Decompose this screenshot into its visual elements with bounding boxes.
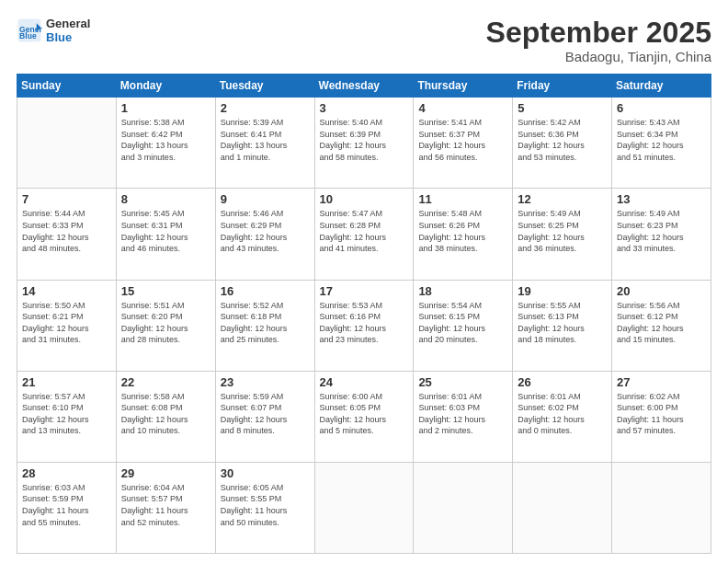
cell-info: Sunrise: 6:01 AMSunset: 6:02 PMDaylight:… — [518, 391, 607, 437]
cell-info: Sunrise: 5:38 AMSunset: 6:42 PMDaylight:… — [121, 117, 210, 163]
calendar-header-row: Sunday Monday Tuesday Wednesday Thursday… — [17, 75, 711, 98]
cell-info: Sunrise: 6:04 AMSunset: 5:57 PMDaylight:… — [121, 482, 210, 528]
table-row: 24Sunrise: 6:00 AMSunset: 6:05 PMDayligh… — [314, 371, 414, 462]
table-row: 9Sunrise: 5:46 AMSunset: 6:29 PMDaylight… — [215, 189, 314, 280]
table-row: 11Sunrise: 5:48 AMSunset: 6:26 PMDayligh… — [414, 189, 513, 280]
day-number: 13 — [617, 192, 706, 206]
cell-info: Sunrise: 5:43 AMSunset: 6:34 PMDaylight:… — [617, 117, 706, 163]
day-number: 21 — [22, 375, 111, 389]
day-number: 23 — [221, 375, 310, 389]
svg-text:Blue: Blue — [19, 31, 37, 40]
title-block: September 2025 Badaogu, Tianjin, China — [486, 17, 711, 64]
table-row — [414, 462, 513, 553]
cell-info: Sunrise: 6:01 AMSunset: 6:03 PMDaylight:… — [418, 391, 507, 437]
location: Badaogu, Tianjin, China — [486, 49, 711, 64]
day-number: 24 — [320, 375, 409, 389]
table-row: 10Sunrise: 5:47 AMSunset: 6:28 PMDayligh… — [314, 189, 414, 280]
table-row — [513, 462, 612, 553]
cell-info: Sunrise: 5:52 AMSunset: 6:18 PMDaylight:… — [221, 300, 310, 346]
day-number: 1 — [121, 101, 210, 115]
cell-info: Sunrise: 5:53 AMSunset: 6:16 PMDaylight:… — [320, 300, 409, 346]
cell-info: Sunrise: 5:49 AMSunset: 6:23 PMDaylight:… — [617, 208, 706, 254]
calendar-week-row: 14Sunrise: 5:50 AMSunset: 6:21 PMDayligh… — [17, 280, 711, 371]
cell-info: Sunrise: 5:55 AMSunset: 6:13 PMDaylight:… — [518, 300, 607, 346]
cell-info: Sunrise: 5:57 AMSunset: 6:10 PMDaylight:… — [22, 391, 111, 437]
table-row: 27Sunrise: 6:02 AMSunset: 6:00 PMDayligh… — [612, 371, 711, 462]
cell-info: Sunrise: 5:51 AMSunset: 6:20 PMDaylight:… — [121, 300, 210, 346]
table-row: 25Sunrise: 6:01 AMSunset: 6:03 PMDayligh… — [414, 371, 513, 462]
header: General Blue General Blue September 2025… — [17, 17, 711, 64]
cell-info: Sunrise: 5:56 AMSunset: 6:12 PMDaylight:… — [617, 300, 706, 346]
col-friday: Friday — [513, 75, 612, 98]
month-title: September 2025 — [486, 17, 711, 49]
calendar-week-row: 21Sunrise: 5:57 AMSunset: 6:10 PMDayligh… — [17, 371, 711, 462]
cell-info: Sunrise: 5:42 AMSunset: 6:36 PMDaylight:… — [518, 117, 607, 163]
cell-info: Sunrise: 5:48 AMSunset: 6:26 PMDaylight:… — [418, 208, 507, 254]
table-row: 13Sunrise: 5:49 AMSunset: 6:23 PMDayligh… — [612, 189, 711, 280]
table-row: 20Sunrise: 5:56 AMSunset: 6:12 PMDayligh… — [612, 280, 711, 371]
cell-info: Sunrise: 5:46 AMSunset: 6:29 PMDaylight:… — [221, 208, 310, 254]
table-row: 12Sunrise: 5:49 AMSunset: 6:25 PMDayligh… — [513, 189, 612, 280]
day-number: 25 — [418, 375, 507, 389]
table-row: 21Sunrise: 5:57 AMSunset: 6:10 PMDayligh… — [17, 371, 117, 462]
day-number: 26 — [518, 375, 607, 389]
cell-info: Sunrise: 6:00 AMSunset: 6:05 PMDaylight:… — [320, 391, 409, 437]
table-row: 1Sunrise: 5:38 AMSunset: 6:42 PMDaylight… — [116, 98, 215, 189]
col-monday: Monday — [116, 75, 215, 98]
table-row: 14Sunrise: 5:50 AMSunset: 6:21 PMDayligh… — [17, 280, 117, 371]
calendar-week-row: 7Sunrise: 5:44 AMSunset: 6:33 PMDaylight… — [17, 189, 711, 280]
day-number: 17 — [320, 284, 409, 298]
table-row: 16Sunrise: 5:52 AMSunset: 6:18 PMDayligh… — [215, 280, 314, 371]
day-number: 7 — [22, 192, 111, 206]
calendar-week-row: 28Sunrise: 6:03 AMSunset: 5:59 PMDayligh… — [17, 462, 711, 553]
calendar-week-row: 1Sunrise: 5:38 AMSunset: 6:42 PMDaylight… — [17, 98, 711, 189]
day-number: 19 — [518, 284, 607, 298]
table-row: 30Sunrise: 6:05 AMSunset: 5:55 PMDayligh… — [215, 462, 314, 553]
day-number: 15 — [121, 284, 210, 298]
table-row: 23Sunrise: 5:59 AMSunset: 6:07 PMDayligh… — [215, 371, 314, 462]
cell-info: Sunrise: 5:47 AMSunset: 6:28 PMDaylight:… — [320, 208, 409, 254]
logo: General Blue General Blue — [17, 17, 90, 44]
table-row: 18Sunrise: 5:54 AMSunset: 6:15 PMDayligh… — [414, 280, 513, 371]
day-number: 2 — [221, 101, 310, 115]
day-number: 18 — [418, 284, 507, 298]
col-thursday: Thursday — [414, 75, 513, 98]
day-number: 5 — [518, 101, 607, 115]
day-number: 22 — [121, 375, 210, 389]
logo-line2: Blue — [46, 30, 90, 44]
table-row: 22Sunrise: 5:58 AMSunset: 6:08 PMDayligh… — [116, 371, 215, 462]
cell-info: Sunrise: 6:02 AMSunset: 6:00 PMDaylight:… — [617, 391, 706, 437]
day-number: 6 — [617, 101, 706, 115]
cell-info: Sunrise: 5:50 AMSunset: 6:21 PMDaylight:… — [22, 300, 111, 346]
cell-info: Sunrise: 5:45 AMSunset: 6:31 PMDaylight:… — [121, 208, 210, 254]
cell-info: Sunrise: 5:59 AMSunset: 6:07 PMDaylight:… — [221, 391, 310, 437]
day-number: 8 — [121, 192, 210, 206]
day-number: 16 — [221, 284, 310, 298]
table-row — [612, 462, 711, 553]
day-number: 28 — [22, 466, 111, 480]
logo-line1: General — [46, 17, 90, 30]
page: General Blue General Blue September 2025… — [0, 0, 728, 563]
cell-info: Sunrise: 5:44 AMSunset: 6:33 PMDaylight:… — [22, 208, 111, 254]
table-row: 8Sunrise: 5:45 AMSunset: 6:31 PMDaylight… — [116, 189, 215, 280]
table-row: 4Sunrise: 5:41 AMSunset: 6:37 PMDaylight… — [414, 98, 513, 189]
cell-info: Sunrise: 6:05 AMSunset: 5:55 PMDaylight:… — [221, 482, 310, 528]
cell-info: Sunrise: 5:40 AMSunset: 6:39 PMDaylight:… — [320, 117, 409, 163]
table-row: 3Sunrise: 5:40 AMSunset: 6:39 PMDaylight… — [314, 98, 414, 189]
calendar-table: Sunday Monday Tuesday Wednesday Thursday… — [17, 74, 711, 554]
cell-info: Sunrise: 5:49 AMSunset: 6:25 PMDaylight:… — [518, 208, 607, 254]
col-wednesday: Wednesday — [314, 75, 414, 98]
table-row: 26Sunrise: 6:01 AMSunset: 6:02 PMDayligh… — [513, 371, 612, 462]
day-number: 11 — [418, 192, 507, 206]
cell-info: Sunrise: 5:39 AMSunset: 6:41 PMDaylight:… — [221, 117, 310, 163]
day-number: 3 — [320, 101, 409, 115]
cell-info: Sunrise: 6:03 AMSunset: 5:59 PMDaylight:… — [22, 482, 111, 528]
day-number: 10 — [320, 192, 409, 206]
day-number: 20 — [617, 284, 706, 298]
table-row: 6Sunrise: 5:43 AMSunset: 6:34 PMDaylight… — [612, 98, 711, 189]
table-row: 17Sunrise: 5:53 AMSunset: 6:16 PMDayligh… — [314, 280, 414, 371]
cell-info: Sunrise: 5:58 AMSunset: 6:08 PMDaylight:… — [121, 391, 210, 437]
day-number: 27 — [617, 375, 706, 389]
col-tuesday: Tuesday — [215, 75, 314, 98]
logo-icon: General Blue — [17, 17, 42, 43]
